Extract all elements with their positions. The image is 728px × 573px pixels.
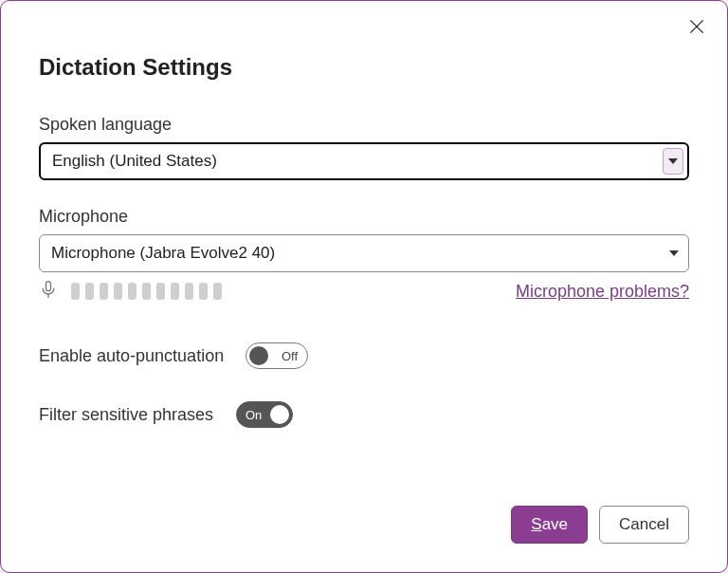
chevron-down-icon [662, 237, 686, 269]
save-button[interactable]: Save [511, 506, 588, 544]
chevron-down-icon [663, 148, 683, 175]
filter-sensitive-toggle[interactable]: On [236, 401, 293, 428]
microphone-select-value: Microphone (Jabra Evolve2 40) [51, 244, 275, 263]
dialog-title: Dictation Settings [39, 54, 689, 81]
language-select-value: English (United States) [52, 152, 217, 171]
svg-rect-2 [46, 282, 51, 291]
toggle-state-label: On [246, 408, 262, 422]
dialog-button-row: Save Cancel [511, 506, 689, 544]
auto-punctuation-toggle[interactable]: Off [246, 342, 308, 369]
close-button[interactable] [683, 14, 710, 41]
save-button-label: Save [531, 515, 568, 534]
cancel-button[interactable]: Cancel [599, 506, 689, 544]
dictation-settings-dialog: Dictation Settings Spoken language Engli… [0, 0, 728, 573]
microphone-icon [39, 280, 58, 303]
language-label: Spoken language [39, 115, 689, 135]
filter-sensitive-label: Filter sensitive phrases [39, 405, 219, 425]
close-icon [687, 17, 706, 39]
microphone-select[interactable]: Microphone (Jabra Evolve2 40) [39, 234, 689, 272]
microphone-problems-link[interactable]: Microphone problems? [516, 282, 689, 302]
toggle-state-label: Off [282, 349, 298, 363]
toggle-knob [270, 405, 289, 424]
auto-punctuation-label: Enable auto-punctuation [39, 346, 228, 366]
microphone-label: Microphone [39, 207, 689, 227]
language-select[interactable]: English (United States) [39, 142, 689, 180]
microphone-level-meter [71, 283, 222, 300]
toggle-knob [249, 346, 268, 365]
